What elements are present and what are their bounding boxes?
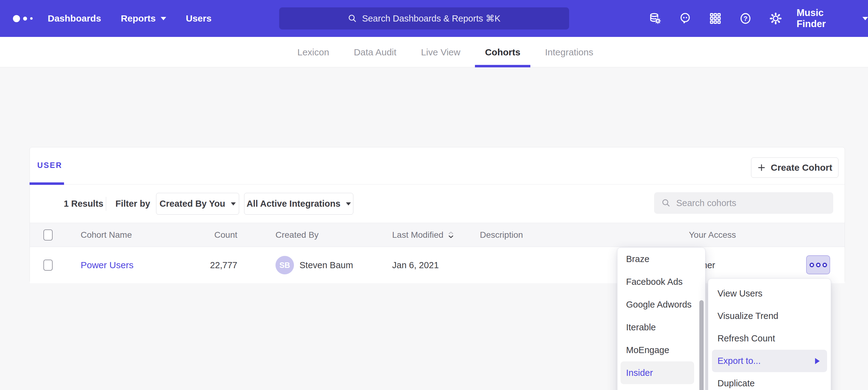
search-icon <box>348 14 357 23</box>
last-modified-cell: Jan 6, 2021 <box>392 247 439 283</box>
create-cohort-button[interactable]: Create Cohort <box>751 158 838 178</box>
logo-dot-small <box>30 17 33 20</box>
tab-label: Live View <box>421 47 461 58</box>
settings-gear-icon[interactable] <box>769 12 782 25</box>
feedback-icon[interactable] <box>679 12 692 25</box>
created-by-filter-dropdown[interactable]: Created By You <box>156 193 239 215</box>
created-by-cell: SB Steven Baum <box>276 247 353 283</box>
submenu-arrow-icon <box>815 358 820 364</box>
menu-item-label: Export to... <box>717 356 761 366</box>
top-navbar: Dashboards Reports Users Search Dashboar… <box>0 0 868 37</box>
logo-dot-large <box>13 15 20 22</box>
section-tabs: Lexicon Data Audit Live View Cohorts Int… <box>297 37 593 67</box>
menu-item[interactable]: Visualize Trend <box>708 305 831 327</box>
export-integrations-menu: Braze Facebook Ads Google Adwords Iterab… <box>617 247 706 390</box>
avatar: SB <box>276 256 294 274</box>
column-header-created-by: Created By <box>276 223 318 247</box>
global-search-placeholder: Search Dashboards & Reports ⌘K <box>362 13 500 24</box>
logo-dot-medium <box>23 17 27 21</box>
select-all-checkbox[interactable] <box>43 229 53 240</box>
tab-label: Cohorts <box>485 47 521 58</box>
more-dot <box>809 263 814 267</box>
tab[interactable]: Lexicon <box>297 37 329 67</box>
menu-item[interactable]: Iterable <box>617 316 705 338</box>
chevron-down-icon <box>346 202 351 205</box>
menu-item[interactable]: Insider <box>621 361 694 384</box>
more-dot <box>816 263 820 267</box>
menu-item-label: Visualize Trend <box>717 311 778 321</box>
column-header-cohort-name: Cohort Name <box>81 223 132 247</box>
help-icon[interactable]: ? <box>739 12 752 25</box>
scrollbar-thumb[interactable] <box>699 300 704 390</box>
row-checkbox[interactable] <box>43 260 53 271</box>
search-cohorts-input[interactable] <box>676 198 812 208</box>
svg-text:?: ? <box>743 15 747 23</box>
results-count: 1 Results <box>64 185 103 223</box>
menu-item-label: Braze <box>626 254 649 264</box>
tab-user[interactable]: USER <box>37 161 62 170</box>
nav-link[interactable]: Users <box>186 13 212 24</box>
search-icon <box>661 198 671 207</box>
global-search-bar[interactable]: Search Dashboards & Reports ⌘K <box>279 7 569 30</box>
tab-label: Data Audit <box>354 47 396 58</box>
menu-item-label: Facebook Ads <box>626 277 683 287</box>
cohort-actions-list: View Users Visualize Trend Refresh Count <box>708 282 831 390</box>
more-dot <box>823 263 827 267</box>
nav-link-label: Users <box>186 13 212 24</box>
menu-item-label: Iterable <box>626 322 656 332</box>
project-switcher[interactable]: Music Finder <box>797 0 868 37</box>
export-integrations-list: Braze Facebook Ads Google Adwords Iterab… <box>617 248 705 390</box>
menu-item[interactable]: Export to... <box>712 350 827 372</box>
menu-item[interactable]: Duplicate <box>708 372 831 390</box>
data-management-icon[interactable] <box>649 12 661 25</box>
last-modified-label: Last Modified <box>392 230 443 240</box>
divider <box>106 197 106 211</box>
menu-item[interactable]: Refresh Count <box>708 327 831 350</box>
table-row: Power Users 22,777 SB Steven Baum Jan 6,… <box>30 247 845 283</box>
mixpanel-logo[interactable] <box>13 0 33 37</box>
project-name: Music Finder <box>797 7 851 30</box>
menu-item-label: MoEngage <box>626 345 669 355</box>
nav-link[interactable]: Dashboards <box>48 13 101 24</box>
tab[interactable]: Live View <box>421 37 461 67</box>
tab[interactable]: Cohorts <box>485 37 521 67</box>
cohort-name-link[interactable]: Power Users <box>81 260 133 270</box>
menu-item[interactable]: Google Adwords <box>617 293 705 316</box>
tab-label: Integrations <box>545 47 593 58</box>
nav-link-label: Reports <box>121 13 155 24</box>
plus-icon <box>757 163 766 172</box>
sort-icon <box>447 230 455 239</box>
menu-item[interactable]: View Users <box>708 282 831 305</box>
created-by-name: Steven Baum <box>300 260 353 270</box>
page-background: USER Create Cohort 1 Results Filter by C… <box>0 67 868 390</box>
search-cohorts-box <box>654 192 833 214</box>
apps-grid-icon[interactable] <box>709 12 722 25</box>
filter-row: 1 Results Filter by Created By You All A… <box>30 185 845 223</box>
tab-label: Lexicon <box>297 47 329 58</box>
cohorts-card: USER Create Cohort 1 Results Filter by C… <box>30 147 845 283</box>
filter-by-label: Filter by <box>116 185 150 223</box>
tab[interactable]: Integrations <box>545 37 593 67</box>
menu-item[interactable]: Facebook Ads <box>617 270 705 293</box>
navbar-icon-group: ? <box>649 0 782 37</box>
column-header-description: Description <box>480 223 523 247</box>
menu-item[interactable]: Braze <box>617 248 705 270</box>
menu-item[interactable]: Chameleon <box>617 384 705 390</box>
menu-item[interactable]: MoEngage <box>617 338 705 361</box>
primary-nav: Dashboards Reports Users <box>48 0 212 37</box>
integrations-filter-dropdown[interactable]: All Active Integrations <box>244 193 353 215</box>
cohorts-screen: Dashboards Reports Users Search Dashboar… <box>0 0 868 390</box>
chevron-down-icon <box>161 17 166 20</box>
nav-link[interactable]: Reports <box>121 13 166 24</box>
cohort-count: 22,777 <box>190 247 237 283</box>
nav-link-label: Dashboards <box>48 13 101 24</box>
menu-item-label: Insider <box>626 368 653 378</box>
section-tabs-bar: Lexicon Data Audit Live View Cohorts Int… <box>0 37 868 67</box>
more-actions-button[interactable] <box>806 255 830 274</box>
menu-item-label: Google Adwords <box>626 300 692 310</box>
cohort-type-tabs: USER Create Cohort <box>30 147 845 185</box>
tab[interactable]: Data Audit <box>354 37 396 67</box>
column-header-count: Count <box>190 223 237 247</box>
column-header-last-modified[interactable]: Last Modified <box>392 223 455 247</box>
menu-item-label: Refresh Count <box>717 333 775 344</box>
